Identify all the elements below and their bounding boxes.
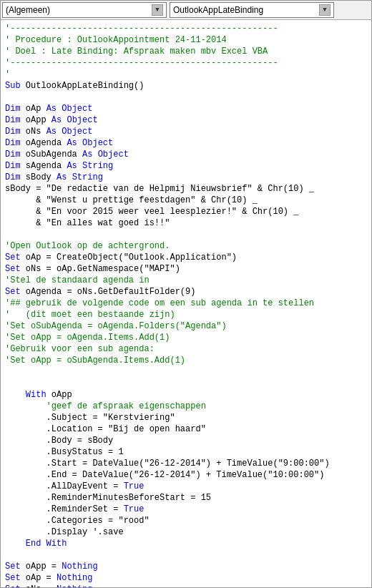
code-line: .Body = sBody: [5, 435, 367, 446]
code-line: With oApp: [5, 389, 367, 401]
code-line: Dim sBody As String: [5, 172, 367, 183]
right-dropdown[interactable]: OutlookAppLateBinding ▼: [170, 2, 334, 18]
code-line: [5, 378, 367, 389]
code-line: ' Procedure : OutlookAppointment 24-11-2…: [5, 34, 367, 46]
right-dropdown-arrow[interactable]: ▼: [319, 4, 331, 16]
code-line: Set oNs = oAp.GetNamespace("MAPI"): [5, 263, 367, 275]
code-line: Dim oSubAgenda As Object: [5, 149, 367, 160]
code-line: .Subject = "Kerstviering": [5, 412, 367, 423]
code-line: 'Set oApp = oAgenda.Items.Add(1): [5, 332, 367, 343]
toolbar: (Algemeen) ▼ OutlookAppLateBinding ▼: [1, 1, 371, 20]
editor-window: (Algemeen) ▼ OutlookAppLateBinding ▼ '--…: [0, 0, 372, 588]
code-line: Sub OutlookAppLateBinding(): [5, 80, 367, 92]
right-dropdown-label: OutlookAppLateBinding: [173, 5, 318, 15]
code-line: & "En alles wat goed is!!": [5, 217, 367, 229]
code-line: .AllDayEvent = True: [5, 481, 367, 492]
code-line: [5, 92, 367, 103]
code-line: '## gebruik de volgende code om een sub …: [5, 298, 367, 309]
code-line: .Categories = "rood": [5, 515, 367, 526]
code-line: '---------------------------------------…: [5, 23, 367, 34]
code-line: .End = DateValue("26-12-2014") + TimeVal…: [5, 469, 367, 481]
code-line: 'geef de afspraak eigenschappen: [5, 401, 367, 412]
code-line: sBody = "De redactie van de Helpmij Nieu…: [5, 183, 367, 195]
code-line: ' Doel : Late Binding: Afspraak maken mb…: [5, 46, 367, 57]
code-line: Dim oAp As Object: [5, 103, 367, 114]
code-line: [5, 549, 367, 561]
code-line: ': [5, 69, 367, 80]
code-line: [5, 229, 367, 240]
code-line: .BusyStatus = 1: [5, 446, 367, 458]
code-line: & "Wenst u prettige feestdagen" & Chr(10…: [5, 195, 367, 206]
code-editor[interactable]: '---------------------------------------…: [1, 20, 371, 587]
code-line: End With: [5, 538, 367, 549]
code-line: 'Gebruik voor een sub agenda:: [5, 343, 367, 355]
code-line: Set oAp = Nothing: [5, 572, 367, 584]
left-dropdown-arrow[interactable]: ▼: [152, 4, 163, 16]
code-line: Dim sAgenda As String: [5, 160, 367, 172]
code-line: '---------------------------------------…: [5, 57, 367, 69]
code-line: ' (dit moet een bestaande zijn): [5, 309, 367, 320]
code-line: [5, 366, 367, 378]
code-line: Set oApp = Nothing: [5, 561, 367, 572]
left-dropdown[interactable]: (Algemeen) ▼: [2, 2, 167, 18]
left-dropdown-label: (Algemeen): [6, 5, 150, 15]
code-line: 'Stel de standaard agenda in: [5, 275, 367, 286]
code-line: Set oAp = CreateObject("Outlook.Applicat…: [5, 252, 367, 263]
code-line: .ReminderSet = True: [5, 504, 367, 515]
code-line: Dim oApp As Object: [5, 114, 367, 126]
code-line: Set oAgenda = oNs.GetDefaultFolder(9): [5, 286, 367, 298]
code-line: 'Open Outlook op de achtergrond.: [5, 240, 367, 252]
code-line: .Start = DateValue("26-12-2014") + TimeV…: [5, 458, 367, 469]
code-line: .Display '.save: [5, 526, 367, 538]
code-line: Dim oAgenda As Object: [5, 137, 367, 149]
code-line: .ReminderMinutesBeforeStart = 15: [5, 492, 367, 504]
code-line: Set oNs = Nothing: [5, 584, 367, 587]
code-line: & "En voor 2015 weer veel leesplezier!" …: [5, 206, 367, 217]
code-line: Dim oNs As Object: [5, 126, 367, 137]
code-line: .Location = "Bij de open haard": [5, 423, 367, 435]
code-line: 'Set oSubAgenda = oAgenda.Folders("Agend…: [5, 320, 367, 332]
code-line: 'Set oApp = oSubAgenda.Items.Add(1): [5, 355, 367, 366]
